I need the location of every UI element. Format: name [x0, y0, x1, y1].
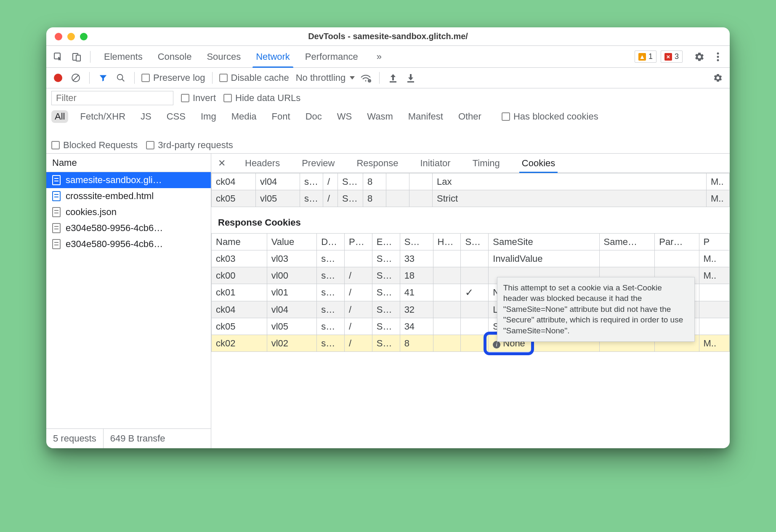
svg-point-3: [717, 52, 719, 54]
disable-cache-checkbox[interactable]: Disable cache: [219, 72, 289, 83]
svg-point-10: [365, 80, 367, 82]
separator: [134, 72, 135, 84]
detail-tab-initiator[interactable]: Initiator: [417, 154, 453, 173]
close-detail-icon[interactable]: ✕: [218, 158, 226, 169]
type-filter-all[interactable]: All: [51, 110, 68, 123]
svg-point-8: [117, 74, 123, 80]
column-header[interactable]: S…: [461, 234, 489, 250]
column-header[interactable]: P: [699, 234, 729, 250]
column-header[interactable]: P…: [344, 234, 372, 250]
response-cookies-title: Response Cookies: [211, 207, 730, 233]
main-tab-performance[interactable]: Performance: [298, 46, 366, 67]
type-filter-css[interactable]: CSS: [163, 110, 189, 123]
requests-header-name[interactable]: Name: [46, 154, 211, 172]
column-header[interactable]: Name: [212, 234, 267, 250]
detail-tab-headers[interactable]: Headers: [242, 154, 282, 173]
separator: [90, 51, 90, 63]
type-filter-js[interactable]: JS: [137, 110, 155, 123]
network-settings-gear-icon[interactable]: [711, 71, 725, 85]
document-icon: [52, 191, 61, 201]
device-toolbar-icon[interactable]: [69, 49, 84, 64]
hide-data-urls-checkbox[interactable]: Hide data URLs: [223, 93, 300, 104]
maximize-window-button[interactable]: [80, 33, 88, 40]
detail-tab-cookies[interactable]: Cookies: [519, 154, 558, 173]
warnings-badge[interactable]: ▲ 1: [635, 51, 656, 63]
request-name: crosssite-embed.html: [66, 191, 154, 202]
detail-tab-preview[interactable]: Preview: [299, 154, 337, 173]
svg-point-5: [717, 59, 719, 61]
column-header[interactable]: H…: [433, 234, 461, 250]
warning-icon: ▲: [638, 53, 646, 61]
settings-gear-icon[interactable]: [692, 49, 707, 64]
main-tab-console[interactable]: Console: [150, 46, 199, 67]
column-header[interactable]: Par…: [655, 234, 699, 250]
cookies-panel: ck04vl04s…/S…8LaxM..ck05vl05s…/S…8Strict…: [211, 173, 730, 448]
detail-tab-response[interactable]: Response: [354, 154, 401, 173]
cookie-row[interactable]: ck05vl05s…/S…8StrictM..: [212, 190, 730, 207]
type-filter-font[interactable]: Font: [268, 110, 294, 123]
kebab-menu-icon[interactable]: [710, 49, 726, 64]
svg-line-9: [122, 79, 125, 82]
column-header[interactable]: Value: [267, 234, 316, 250]
request-row[interactable]: e304e580-9956-4cb6…: [46, 220, 211, 236]
throttling-select[interactable]: No throttling: [296, 72, 355, 83]
type-filter-ws[interactable]: WS: [334, 110, 355, 123]
column-header[interactable]: S…: [400, 234, 433, 250]
type-filter-img[interactable]: Img: [197, 110, 220, 123]
secure-check-icon: ✓: [465, 287, 473, 298]
close-window-button[interactable]: [55, 33, 62, 40]
request-row[interactable]: cookies.json: [46, 204, 211, 220]
file-icon: [52, 223, 61, 233]
column-header[interactable]: Same…: [599, 234, 655, 250]
blocked-requests-checkbox[interactable]: Blocked Requests: [51, 140, 138, 151]
third-party-checkbox[interactable]: 3rd-party requests: [146, 140, 233, 151]
cookie-row[interactable]: ck03vl03s…S…33InvalidValueM..: [212, 250, 730, 267]
column-header[interactable]: SameSite: [489, 234, 599, 250]
request-cookies-table: ck04vl04s…/S…8LaxM..ck05vl05s…/S…8Strict…: [211, 173, 730, 207]
type-filter-manifest[interactable]: Manifest: [405, 110, 446, 123]
type-filter-wasm[interactable]: Wasm: [364, 110, 396, 123]
search-icon[interactable]: [114, 71, 128, 85]
type-filter-media[interactable]: Media: [228, 110, 260, 123]
main-tab-network[interactable]: Network: [248, 46, 298, 67]
upload-har-icon[interactable]: [386, 71, 400, 85]
type-filter-doc[interactable]: Doc: [302, 110, 325, 123]
issue-badges: ▲ 1 × 3: [635, 51, 683, 63]
cookie-blocked-tooltip: This attempt to set a cookie via a Set-C…: [497, 277, 695, 342]
svg-rect-13: [407, 81, 414, 82]
main-tab-sources[interactable]: Sources: [199, 46, 248, 67]
column-header[interactable]: D…: [317, 234, 345, 250]
main-tabs: ElementsConsoleSourcesNetworkPerformance…: [46, 46, 730, 68]
clear-button[interactable]: [69, 71, 82, 85]
download-har-icon[interactable]: [404, 71, 417, 85]
minimize-window-button[interactable]: [67, 33, 75, 40]
preserve-log-checkbox[interactable]: Preserve log: [141, 72, 205, 83]
warnings-count: 1: [648, 52, 653, 61]
record-button[interactable]: [51, 71, 65, 85]
network-conditions-icon[interactable]: [359, 71, 372, 85]
filter-icon[interactable]: [96, 71, 110, 85]
request-row[interactable]: samesite-sandbox.gli…: [46, 172, 211, 188]
request-row[interactable]: e304e580-9956-4cb6…: [46, 236, 211, 252]
type-filter-fetch-xhr[interactable]: Fetch/XHR: [77, 110, 129, 123]
info-icon: i: [493, 341, 500, 348]
invert-checkbox[interactable]: Invert: [181, 93, 216, 104]
errors-badge[interactable]: × 3: [661, 51, 683, 63]
resource-type-filters: AllFetch/XHRJSCSSImgMediaFontDocWSWasmMa…: [46, 108, 730, 154]
error-icon: ×: [664, 53, 672, 61]
inspect-element-icon[interactable]: [50, 49, 66, 64]
request-name: cookies.json: [66, 207, 117, 218]
type-filter-other[interactable]: Other: [455, 110, 485, 123]
more-tabs-button[interactable]: »: [369, 46, 389, 67]
detail-tab-timing[interactable]: Timing: [470, 154, 502, 173]
document-icon: [52, 175, 61, 185]
transfer-size: 649 B transfe: [104, 429, 211, 448]
has-blocked-cookies-checkbox[interactable]: Has blocked cookies: [502, 111, 598, 122]
cookie-row[interactable]: ck04vl04s…/S…8LaxM..: [212, 173, 730, 190]
network-body: Name samesite-sandbox.gli…crosssite-embe…: [46, 154, 730, 448]
request-row[interactable]: crosssite-embed.html: [46, 188, 211, 204]
filter-input[interactable]: [51, 91, 173, 105]
request-name: e304e580-9956-4cb6…: [66, 239, 163, 250]
main-tab-elements[interactable]: Elements: [96, 46, 150, 67]
column-header[interactable]: E…: [372, 234, 400, 250]
